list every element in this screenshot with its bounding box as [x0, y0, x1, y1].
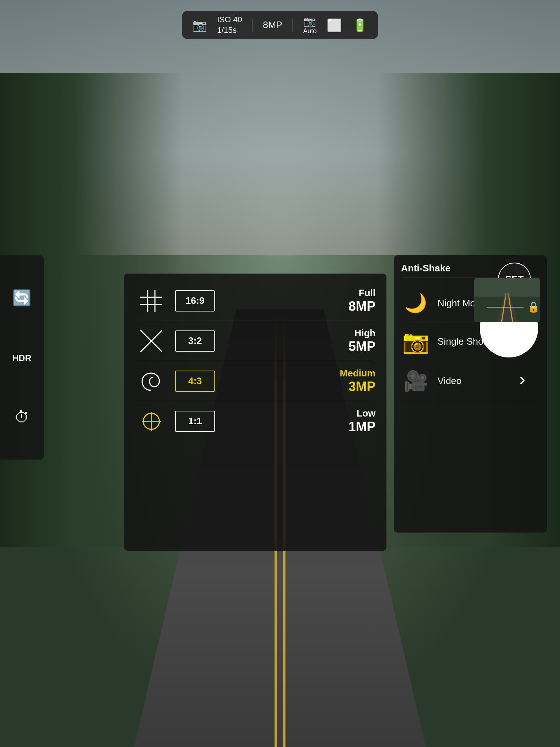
status-divider: [252, 19, 253, 32]
size-label-32: 5MP: [222, 339, 376, 354]
ratio-box-43[interactable]: 4:3: [175, 371, 215, 392]
megapixels-value: 8MP: [263, 19, 282, 31]
resolution-row-11[interactable]: 1:1 Low 1MP: [135, 401, 376, 441]
left-sidebar: 🔄 HDR ⏱: [0, 255, 44, 460]
status-divider-2: [292, 19, 293, 32]
resolution-row-43[interactable]: 4:3 Medium 3MP: [135, 361, 376, 401]
resolution-row-169[interactable]: 16:9 Full 8MP: [135, 281, 376, 321]
ratio-box-32[interactable]: 3:2: [175, 330, 215, 352]
lock-line: [487, 307, 524, 307]
size-label-43: 3MP: [222, 379, 376, 394]
video-icon-area: 🎥: [401, 369, 430, 392]
moon-icon: 🌙: [404, 293, 427, 314]
single-shot-camera-icon: 📷: [402, 329, 429, 355]
sidebar-item-timer[interactable]: ⏱: [14, 409, 30, 426]
mode-item-video[interactable]: 🎥 Video: [401, 362, 540, 400]
iso-value: ISO 40: [217, 15, 242, 25]
flip-camera-icon: 🔄: [12, 289, 31, 307]
quality-block-43: Medium 3MP: [222, 368, 376, 394]
sidebar-item-flip-camera[interactable]: 🔄: [12, 289, 31, 307]
quality-block-11: Low 1MP: [222, 408, 376, 434]
quality-label-32: High: [222, 328, 376, 339]
size-label-11: 1MP: [222, 419, 376, 434]
lock-icon: 🔒: [527, 301, 540, 313]
aspect-ratio-icon: ⬜: [327, 18, 342, 32]
quality-label-11: Low: [222, 408, 376, 419]
size-label-169: 8MP: [222, 299, 376, 314]
timer-icon: ⏱: [14, 409, 30, 426]
quality-label-169: Full: [222, 287, 376, 299]
flash-group[interactable]: 📷 Auto: [303, 15, 316, 35]
target-icon: [135, 410, 168, 432]
quality-label-43: Medium: [222, 368, 376, 379]
grid-icon: [135, 290, 168, 312]
ratio-box-11[interactable]: 1:1: [175, 411, 215, 432]
status-iso-block: ISO 40 1/15s: [217, 15, 242, 35]
night-mode-icon-area: 🌙: [401, 293, 430, 314]
status-bar: 📷 ISO 40 1/15s 8MP 📷 Auto ⬜ 🔋: [182, 11, 378, 39]
hdr-label: HDR: [12, 353, 31, 363]
quality-block-169: Full 8MP: [222, 287, 376, 314]
flash-camera-icon: 📷: [303, 15, 316, 27]
last-photo-thumbnail[interactable]: [474, 278, 540, 322]
spiral-icon: [135, 370, 168, 392]
single-shot-icon-area: 📷: [401, 329, 430, 355]
cross-icon: [135, 330, 168, 352]
lock-area: 🔒: [487, 301, 540, 313]
sidebar-item-hdr[interactable]: HDR: [12, 352, 31, 363]
thumbnail-content: [474, 278, 540, 322]
video-camera-icon: 🎥: [404, 369, 428, 392]
svg-rect-13: [474, 278, 540, 297]
quality-block-32: High 5MP: [222, 328, 376, 354]
resolution-row-32[interactable]: 3:2 High 5MP: [135, 321, 376, 361]
chevron-right-icon[interactable]: ›: [519, 368, 525, 390]
camera-icon: 📷: [192, 18, 207, 32]
shutter-value: 1/15s: [217, 25, 242, 36]
resolution-panel: 16:9 Full 8MP 3:2 High 5MP 4:: [124, 274, 386, 551]
battery-icon: 🔋: [352, 18, 368, 32]
ratio-box-169[interactable]: 16:9: [175, 290, 215, 311]
flash-mode-label: Auto: [303, 27, 316, 35]
